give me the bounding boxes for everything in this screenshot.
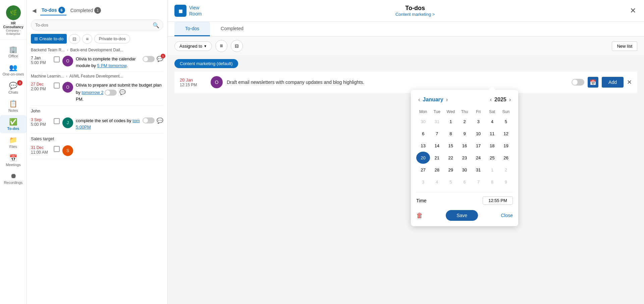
sidebar-item-recordings[interactable]: ⏺ Recordings bbox=[0, 169, 26, 187]
cal-day[interactable]: 30 bbox=[458, 164, 471, 176]
cal-day[interactable]: 3 bbox=[472, 115, 485, 128]
todo-group-4: Sales target 31 Dec 11:00 AM S bbox=[31, 134, 163, 159]
cal-day[interactable]: 3 bbox=[416, 176, 430, 188]
add-button[interactable]: Add bbox=[602, 77, 624, 88]
task-close-button[interactable]: ✕ bbox=[627, 79, 632, 86]
cal-day[interactable]: 4 bbox=[485, 115, 499, 128]
item1-checkbox[interactable] bbox=[54, 56, 60, 62]
cal-day[interactable]: 15 bbox=[444, 140, 458, 152]
item4-checkbox[interactable] bbox=[54, 146, 60, 152]
sidebar-item-meetings[interactable]: 📅 Meetings bbox=[0, 151, 26, 169]
sidebar-item-notes[interactable]: 📋 Notes bbox=[0, 97, 26, 115]
create-todo-button[interactable]: ⊞ Create to-do bbox=[31, 34, 67, 44]
view-room-button[interactable]: ◼ View Room bbox=[174, 5, 202, 17]
tab-completed[interactable]: Completed bbox=[210, 22, 254, 36]
cal-day[interactable]: 7 bbox=[430, 128, 444, 140]
task-toggle[interactable] bbox=[572, 79, 584, 86]
cal-day[interactable]: 8 bbox=[485, 176, 499, 188]
cal-day[interactable]: 27 bbox=[416, 164, 430, 176]
cal-day[interactable]: 1 bbox=[485, 164, 499, 176]
cal-day[interactable]: 6 bbox=[458, 176, 471, 188]
cal-day[interactable]: 9 bbox=[458, 128, 471, 140]
cal-day[interactable]: 20 bbox=[416, 152, 430, 164]
cal-day[interactable]: 8 bbox=[444, 128, 458, 140]
cal-day[interactable]: 22 bbox=[444, 152, 458, 164]
cal-day[interactable]: 16 bbox=[458, 140, 471, 152]
close-link-button[interactable]: Close bbox=[501, 213, 513, 218]
cal-day[interactable]: 23 bbox=[458, 152, 471, 164]
cal-day[interactable]: 24 bbox=[472, 152, 485, 164]
modal-close-button[interactable]: ✕ bbox=[629, 5, 637, 16]
cal-day[interactable]: 4 bbox=[430, 176, 444, 188]
item3-link[interactable]: tom 5:00PM bbox=[76, 118, 140, 130]
cal-day[interactable]: 31 bbox=[472, 164, 485, 176]
todos-tab[interactable]: To-dos 6 bbox=[40, 5, 66, 15]
prev-year-button[interactable]: ‹ bbox=[488, 95, 494, 104]
cal-day[interactable]: 2 bbox=[458, 115, 471, 128]
save-button[interactable]: Save bbox=[446, 210, 478, 221]
cal-day[interactable]: 14 bbox=[430, 140, 444, 152]
panel-sort-button[interactable]: ≡ bbox=[82, 34, 92, 44]
cal-day[interactable]: 29 bbox=[444, 164, 458, 176]
filter-button[interactable]: ⊟ bbox=[231, 40, 243, 52]
search-input[interactable] bbox=[31, 19, 163, 31]
item1-link[interactable]: 5 PM tomorrow bbox=[97, 63, 126, 68]
cal-day[interactable]: 5 bbox=[444, 176, 458, 188]
cal-day[interactable]: 18 bbox=[485, 140, 499, 152]
cal-day[interactable]: 6 bbox=[416, 128, 430, 140]
assigned-to-button[interactable]: Assigned to ▼ bbox=[174, 41, 212, 51]
calendar-picker-button[interactable]: 📅 bbox=[588, 77, 598, 88]
sidebar-item-office[interactable]: 🏢 Office bbox=[0, 43, 26, 61]
item2-toggle-inline[interactable] bbox=[105, 90, 117, 96]
chat-icon-2[interactable]: 💬 bbox=[119, 89, 126, 95]
content-marketing-tag[interactable]: Content marketing (default) bbox=[174, 59, 238, 68]
cal-day[interactable]: 17 bbox=[472, 140, 485, 152]
item2-checkbox[interactable] bbox=[54, 83, 60, 89]
todo-group-3: John 3 Sep 5:00 PM J complete the set of… bbox=[31, 106, 163, 134]
prev-month-button[interactable]: ‹ bbox=[416, 95, 422, 104]
cal-day[interactable]: 5 bbox=[499, 115, 513, 128]
cal-day[interactable]: 30 bbox=[416, 115, 430, 128]
task-actions: 📅 Add ✕ bbox=[572, 77, 632, 88]
new-list-button[interactable]: New list bbox=[612, 41, 637, 51]
cal-day[interactable]: 2 bbox=[499, 164, 513, 176]
completed-tab[interactable]: Completed 1 bbox=[69, 6, 103, 15]
private-todos-button[interactable]: Private to-dos bbox=[94, 34, 130, 43]
item3-chat-icon[interactable]: 💬 bbox=[157, 117, 163, 124]
cal-day[interactable]: 11 bbox=[485, 128, 499, 140]
next-year-button[interactable]: › bbox=[507, 95, 513, 104]
tab-todos[interactable]: To-dos bbox=[174, 22, 210, 36]
cal-day[interactable]: 28 bbox=[430, 164, 444, 176]
item1-content: Olivia to complete the calendar module b… bbox=[76, 56, 140, 69]
cal-day[interactable]: 9 bbox=[499, 176, 513, 188]
cal-day[interactable]: 13 bbox=[416, 140, 430, 152]
cal-day[interactable]: 21 bbox=[430, 152, 444, 164]
time-input[interactable] bbox=[483, 196, 513, 205]
cal-day[interactable]: 1 bbox=[444, 115, 458, 128]
delete-button[interactable]: 🗑 bbox=[416, 212, 423, 219]
item3-checkbox[interactable] bbox=[54, 118, 60, 124]
sidebar-item-todos[interactable]: ✅ To-dos bbox=[0, 115, 26, 133]
cal-day[interactable]: 10 bbox=[472, 128, 485, 140]
item1-toggle[interactable] bbox=[143, 56, 155, 62]
cal-day[interactable]: 31 bbox=[430, 115, 444, 128]
breadcrumb-g2-part1: Machine Learnin... bbox=[31, 74, 64, 79]
modal-subtitle[interactable]: Content marketing > bbox=[207, 12, 623, 17]
cal-day[interactable]: 7 bbox=[472, 176, 485, 188]
cal-day[interactable]: 26 bbox=[499, 152, 513, 164]
item2-link[interactable]: tomorrow 2 bbox=[82, 90, 103, 95]
item3-toggle[interactable] bbox=[143, 117, 155, 123]
panel-filter-button[interactable]: ⊟ bbox=[69, 34, 80, 44]
item1-chat-icon[interactable]: 💬 1 bbox=[157, 56, 163, 62]
item2-content: Olivia to prepare and submit the budget … bbox=[76, 82, 163, 103]
cal-day[interactable]: 19 bbox=[499, 140, 513, 152]
sidebar-item-one-on-ones[interactable]: 👥 One-on-ones bbox=[0, 61, 26, 79]
sidebar-item-files[interactable]: 📁 Files bbox=[0, 133, 26, 151]
collapse-panel-button[interactable]: ◀ bbox=[31, 6, 38, 15]
sort-button[interactable]: ≡ bbox=[215, 40, 227, 52]
cal-day[interactable]: 12 bbox=[499, 128, 513, 140]
cal-day[interactable]: 25 bbox=[485, 152, 499, 164]
app-logo: 🌿 bbox=[6, 5, 21, 20]
next-month-button[interactable]: › bbox=[444, 95, 450, 104]
sidebar-item-chats[interactable]: 💬 Chats 3 bbox=[0, 79, 26, 97]
